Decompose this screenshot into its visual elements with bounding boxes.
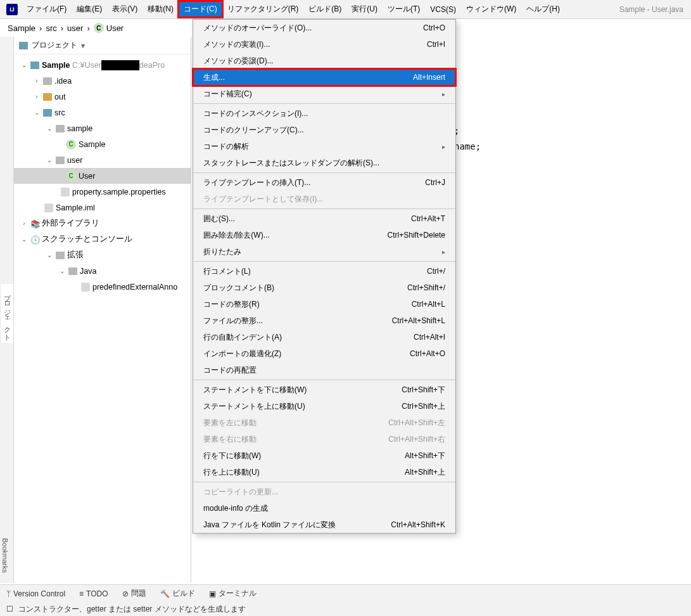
menu-help[interactable]: ヘルプ(H) — [521, 1, 565, 17]
chevron-down-icon[interactable]: ▾ — [81, 41, 85, 50]
tree-item[interactable]: ⌄拡張 — [14, 247, 191, 263]
menu-item[interactable]: 行を上に移動(U)Alt+Shift+上 — [193, 464, 455, 480]
hammer-icon: 🔨 — [160, 589, 170, 598]
file-icon — [44, 203, 53, 212]
menu-item[interactable]: 囲む(S)...Ctrl+Alt+T — [193, 210, 455, 227]
tree-item[interactable]: ›out — [14, 89, 191, 105]
menu-item[interactable]: インポートの最適化(Z)Ctrl+Alt+O — [193, 345, 455, 362]
class-icon: C — [66, 171, 76, 181]
footer-build[interactable]: 🔨ビルド — [160, 588, 195, 599]
menu-item[interactable]: 行の自動インデント(A)Ctrl+Alt+I — [193, 329, 455, 345]
menu-item[interactable]: メソッドのオーバーライド(O)...Ctrl+O — [193, 20, 455, 36]
menu-refactor[interactable]: リファクタリング(R) — [222, 1, 304, 17]
footer-vc[interactable]: ᛘVersion Control — [6, 589, 65, 598]
menu-item[interactable]: 生成...Alt+Insert — [193, 69, 455, 86]
class-icon: C — [94, 23, 104, 33]
menu-tools[interactable]: ツール(T) — [383, 1, 425, 17]
tree-item[interactable]: ⌄🕓スクラッチとコンソール — [14, 231, 191, 247]
tree-item[interactable]: ⌄Java — [14, 263, 191, 279]
menu-item[interactable]: ライブテンプレートの挿入(T)...Ctrl+J — [193, 174, 455, 191]
list-icon: ≡ — [79, 589, 84, 598]
info-icon: ☐ — [6, 605, 13, 613]
folder-icon — [43, 77, 52, 85]
menu-item[interactable]: Java ファイルを Kotlin ファイルに変換Ctrl+Alt+Shift+… — [193, 517, 455, 533]
bottom-toolbar: ᛘVersion Control ≡TODO ⊘問題 🔨ビルド ▣ターミナル — [0, 584, 691, 602]
footer-todo[interactable]: ≡TODO — [79, 589, 108, 598]
sidebar-title: プロジェクト — [32, 40, 77, 51]
tree-item[interactable]: ›.idea — [14, 73, 191, 89]
sidebar-header[interactable]: プロジェクト ▾ — [14, 37, 191, 55]
folder-icon — [56, 157, 65, 164]
menu-item[interactable]: メソッドの実装(I)...Ctrl+I — [193, 36, 455, 53]
menu-vcs[interactable]: VCS(S) — [425, 3, 461, 16]
menu-item[interactable]: ブロックコメント(B)Ctrl+Shift+/ — [193, 279, 455, 296]
sidebar: プロジェクト ▾ ⌄ Sample C:¥UserdeaPro ›.idea ›… — [14, 37, 191, 583]
folder-icon — [30, 61, 39, 69]
menu-item[interactable]: コード補完(C)▸ — [193, 86, 455, 102]
tree-root[interactable]: ⌄ Sample C:¥UserdeaPro — [14, 57, 191, 73]
class-icon: C — [66, 139, 76, 150]
terminal-icon: ▣ — [209, 589, 216, 598]
tree-item[interactable]: ⌄user — [14, 152, 191, 168]
folder-icon — [56, 252, 65, 259]
menu-item[interactable]: 行を下に移動(W)Alt+Shift+下 — [193, 447, 455, 464]
menu-item[interactable]: ファイルの整形...Ctrl+Alt+Shift+L — [193, 312, 455, 329]
project-icon — [19, 42, 28, 49]
menu-item[interactable]: コードのインスペクション(I)... — [193, 105, 455, 122]
menu-item[interactable]: メソッドの委譲(D)... — [193, 53, 455, 69]
menubar: IJ ファイル(F) 編集(E) 表示(V) 移動(N) コード(C) リファク… — [0, 0, 691, 19]
tree-item[interactable]: predefinedExternalAnno — [14, 279, 191, 295]
footer-problems[interactable]: ⊘問題 — [122, 588, 146, 599]
folder-icon — [43, 109, 52, 117]
menu-item: 要素を右に移動Ctrl+Alt+Shift+右 — [193, 431, 455, 447]
menu-run[interactable]: 実行(U) — [346, 1, 383, 17]
gutter-tab-structure[interactable]: 構造 — [0, 308, 1, 318]
menu-item[interactable]: コードの解析▸ — [193, 138, 455, 155]
gutter-tab-project[interactable]: プロジェクト — [1, 284, 13, 343]
redacted — [101, 60, 139, 70]
left-gutter: プロジェクト 構造 — [0, 37, 14, 583]
folder-icon — [68, 267, 77, 275]
menu-item[interactable]: 囲み除去/除去(W)...Ctrl+Shift+Delete — [193, 227, 455, 243]
tree-item[interactable]: ⌄src — [14, 105, 191, 120]
tree-item[interactable]: ›📚外部ライブラリ — [14, 215, 191, 231]
menu-edit[interactable]: 編集(E) — [72, 1, 107, 17]
menu-view[interactable]: 表示(V) — [107, 1, 143, 17]
project-tree: ⌄ Sample C:¥UserdeaPro ›.idea ›out ⌄src … — [14, 55, 191, 297]
crumb[interactable]: Sample — [8, 23, 35, 33]
menu-file[interactable]: ファイル(F) — [22, 1, 72, 17]
menu-item: 要素を左に移動Ctrl+Alt+Shift+左 — [193, 414, 455, 431]
code-menu-dropdown: メソッドのオーバーライド(O)...Ctrl+Oメソッドの実装(I)...Ctr… — [193, 19, 456, 534]
menu-code[interactable]: コード(C) — [179, 1, 222, 17]
tree-item[interactable]: ⌄sample — [14, 120, 191, 136]
folder-icon — [43, 93, 52, 101]
crumb[interactable]: User — [106, 23, 124, 33]
menu-item: コピーライトの更新... — [193, 484, 455, 500]
tree-item[interactable]: CSample — [14, 136, 191, 152]
tree-item[interactable]: Sample.iml — [14, 200, 191, 215]
branch-icon: ᛘ — [6, 589, 11, 598]
menu-item[interactable]: 行コメント(L)Ctrl+/ — [193, 263, 455, 279]
menu-item[interactable]: ステートメントを上に移動(U)Ctrl+Shift+上 — [193, 398, 455, 414]
menu-build[interactable]: ビルド(B) — [303, 1, 346, 17]
menu-item[interactable]: module-info の生成 — [193, 500, 455, 517]
footer-terminal[interactable]: ▣ターミナル — [209, 588, 257, 599]
file-icon — [61, 188, 70, 196]
menu-navigate[interactable]: 移動(N) — [143, 1, 179, 17]
menu-item[interactable]: 折りたたみ▸ — [193, 243, 455, 260]
menu-item[interactable]: コードのクリーンアップ(C)... — [193, 122, 455, 138]
tree-item-selected[interactable]: CUser — [14, 168, 191, 184]
crumb[interactable]: user — [67, 23, 83, 33]
code-text: name; — [454, 141, 481, 151]
menu-window[interactable]: ウィンドウ(W) — [461, 1, 521, 17]
menu-item[interactable]: スタックトレースまたはスレッドダンプの解析(S)... — [193, 155, 455, 171]
status-text: コンストラクター、getter または setter メソッドなどを生成します — [18, 604, 246, 615]
tree-item[interactable]: property.sample.properties — [14, 184, 191, 200]
menu-item[interactable]: コードの再配置 — [193, 362, 455, 378]
menu-item[interactable]: ステートメントを下に移動(W)Ctrl+Shift+下 — [193, 382, 455, 398]
menu-item[interactable]: コードの整形(R)Ctrl+Alt+L — [193, 296, 455, 312]
gutter-tab-bookmarks[interactable]: Bookmarks — [0, 533, 10, 578]
crumb[interactable]: src — [46, 23, 56, 33]
warning-icon: ⊘ — [122, 589, 129, 598]
menu-item: ライブテンプレートとして保存(I)... — [193, 191, 455, 207]
